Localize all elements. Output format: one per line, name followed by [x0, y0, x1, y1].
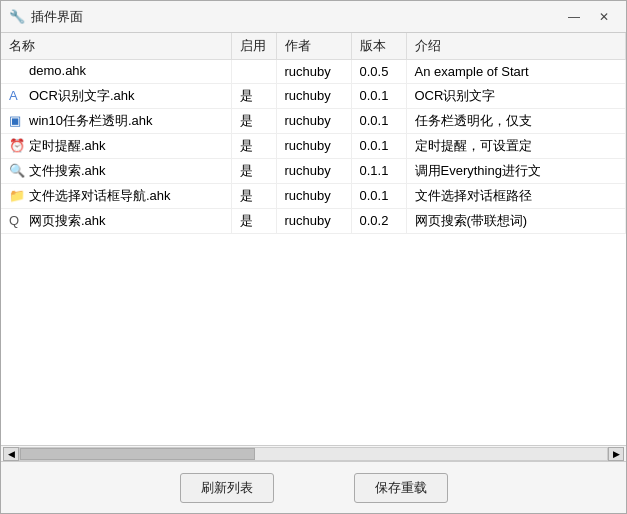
cell-author: ruchuby — [276, 158, 351, 183]
row-icon: ▣ — [9, 113, 25, 129]
row-icon: 📁 — [9, 188, 25, 204]
cell-version: 0.0.1 — [351, 108, 406, 133]
cell-name: Q网页搜索.ahk — [1, 208, 231, 233]
cell-version: 0.0.1 — [351, 83, 406, 108]
cell-enabled: 是 — [231, 183, 276, 208]
row-icon: Q — [9, 213, 25, 229]
cell-version: 0.0.2 — [351, 208, 406, 233]
window-icon: 🔧 — [9, 9, 25, 25]
row-icon: A — [9, 88, 25, 104]
cell-desc: 文件选择对话框路径 — [406, 183, 626, 208]
table-header: 名称 启用 作者 版本 介绍 — [1, 33, 626, 60]
cell-author: ruchuby — [276, 60, 351, 84]
cell-name: 📁文件选择对话框导航.ahk — [1, 183, 231, 208]
cell-enabled: 是 — [231, 208, 276, 233]
close-button[interactable]: ✕ — [590, 6, 618, 28]
cell-desc: 定时提醒，可设置定 — [406, 133, 626, 158]
table-row[interactable]: AOCR识别文字.ahk是ruchuby0.0.1OCR识别文字 — [1, 83, 626, 108]
cell-enabled: 是 — [231, 133, 276, 158]
scroll-track[interactable] — [19, 447, 608, 461]
footer: 刷新列表 保存重载 — [1, 461, 626, 513]
col-header-enabled: 启用 — [231, 33, 276, 60]
col-header-author: 作者 — [276, 33, 351, 60]
plugin-window: 🔧 插件界面 — ✕ 名称 启用 作者 版本 介绍 demo.ahk — [0, 0, 627, 514]
refresh-button[interactable]: 刷新列表 — [180, 473, 274, 503]
main-content: 名称 启用 作者 版本 介绍 demo.ahkruchuby0.0.5An ex… — [1, 33, 626, 461]
scroll-thumb[interactable] — [20, 448, 255, 460]
row-icon: ⏰ — [9, 138, 25, 154]
cell-desc: 网页搜索(带联想词) — [406, 208, 626, 233]
cell-enabled: 是 — [231, 158, 276, 183]
row-icon — [9, 64, 25, 80]
save-reload-button[interactable]: 保存重载 — [354, 473, 448, 503]
cell-desc: OCR识别文字 — [406, 83, 626, 108]
cell-author: ruchuby — [276, 208, 351, 233]
cell-name: demo.ahk — [1, 60, 231, 84]
cell-enabled: 是 — [231, 108, 276, 133]
table-row[interactable]: ⏰定时提醒.ahk是ruchuby0.0.1定时提醒，可设置定 — [1, 133, 626, 158]
horizontal-scrollbar[interactable]: ◀ ▶ — [1, 445, 626, 461]
scroll-right-arrow[interactable]: ▶ — [608, 447, 624, 461]
cell-name: ▣win10任务栏透明.ahk — [1, 108, 231, 133]
table-row[interactable]: ▣win10任务栏透明.ahk是ruchuby0.0.1任务栏透明化，仅支 — [1, 108, 626, 133]
cell-version: 0.0.5 — [351, 60, 406, 84]
cell-enabled — [231, 60, 276, 84]
row-icon: 🔍 — [9, 163, 25, 179]
table-row[interactable]: demo.ahkruchuby0.0.5An example of Start — [1, 60, 626, 84]
cell-enabled: 是 — [231, 83, 276, 108]
title-bar: 🔧 插件界面 — ✕ — [1, 1, 626, 33]
window-controls: — ✕ — [560, 6, 618, 28]
cell-author: ruchuby — [276, 83, 351, 108]
col-header-desc: 介绍 — [406, 33, 626, 60]
cell-author: ruchuby — [276, 108, 351, 133]
cell-name: AOCR识别文字.ahk — [1, 83, 231, 108]
cell-desc: 调用Everything进行文 — [406, 158, 626, 183]
minimize-button[interactable]: — — [560, 6, 588, 28]
table-row[interactable]: 🔍文件搜索.ahk是ruchuby0.1.1调用Everything进行文 — [1, 158, 626, 183]
cell-desc: 任务栏透明化，仅支 — [406, 108, 626, 133]
cell-author: ruchuby — [276, 183, 351, 208]
col-header-version: 版本 — [351, 33, 406, 60]
plugin-table: 名称 启用 作者 版本 介绍 demo.ahkruchuby0.0.5An ex… — [1, 33, 626, 234]
cell-version: 0.0.1 — [351, 183, 406, 208]
table-row[interactable]: 📁文件选择对话框导航.ahk是ruchuby0.0.1文件选择对话框路径 — [1, 183, 626, 208]
col-header-name: 名称 — [1, 33, 231, 60]
window-title: 插件界面 — [31, 8, 560, 26]
cell-desc: An example of Start — [406, 60, 626, 84]
table-row[interactable]: Q网页搜索.ahk是ruchuby0.0.2网页搜索(带联想词) — [1, 208, 626, 233]
cell-author: ruchuby — [276, 133, 351, 158]
cell-version: 0.1.1 — [351, 158, 406, 183]
cell-name: ⏰定时提醒.ahk — [1, 133, 231, 158]
table-body: demo.ahkruchuby0.0.5An example of StartA… — [1, 60, 626, 234]
cell-version: 0.0.1 — [351, 133, 406, 158]
table-container: 名称 启用 作者 版本 介绍 demo.ahkruchuby0.0.5An ex… — [1, 33, 626, 445]
scroll-left-arrow[interactable]: ◀ — [3, 447, 19, 461]
cell-name: 🔍文件搜索.ahk — [1, 158, 231, 183]
